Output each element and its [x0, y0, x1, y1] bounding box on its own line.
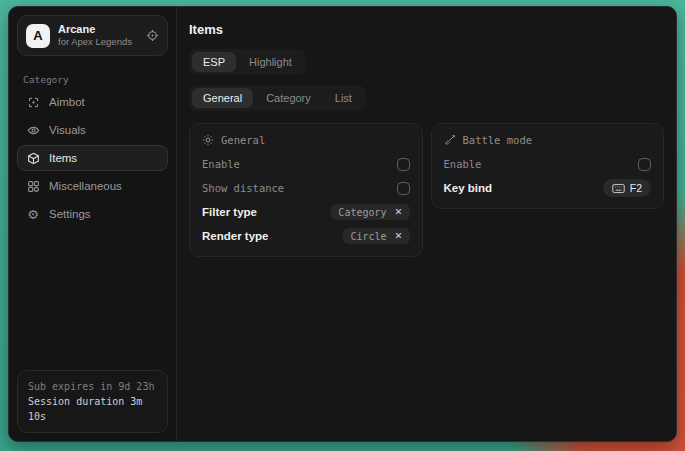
sidebar-item-label: Miscellaneous — [49, 180, 122, 192]
key-bind-button[interactable]: F2 — [603, 179, 651, 197]
brand-card: A Arcane for Apex Legends — [17, 15, 168, 56]
app-window: A Arcane for Apex Legends Category — [8, 6, 677, 442]
sidebar: A Arcane for Apex Legends Category — [9, 7, 177, 441]
main-content: Items ESP Highlight General Category Lis… — [177, 7, 676, 441]
tab-esp[interactable]: ESP — [192, 52, 236, 72]
render-type-select[interactable]: Circle ✕ — [343, 228, 409, 244]
battle-enable-checkbox[interactable] — [638, 158, 651, 171]
render-type-value: Circle — [350, 231, 386, 242]
sidebar-item-aimbot[interactable]: Aimbot — [17, 89, 168, 115]
panels-grid: General Enable Show distance Filter type… — [189, 123, 664, 257]
setting-row: Render type Circle ✕ — [202, 224, 410, 248]
clear-icon[interactable]: ✕ — [395, 231, 403, 241]
keyboard-icon — [612, 183, 625, 194]
sidebar-item-settings[interactable]: ⚙ Settings — [17, 201, 168, 227]
sidebar-nav: Aimbot Visuals Items — [9, 89, 176, 227]
sun-icon — [202, 134, 214, 146]
tab-list[interactable]: List — [324, 88, 363, 108]
key-bind-label: Key bind — [444, 182, 493, 194]
sidebar-item-label: Settings — [49, 208, 91, 220]
sidebar-item-visuals[interactable]: Visuals — [17, 117, 168, 143]
show-distance-checkbox[interactable] — [397, 182, 410, 195]
enable-label: Enable — [202, 158, 240, 170]
render-type-label: Render type — [202, 230, 268, 242]
sidebar-item-items[interactable]: Items — [17, 145, 168, 171]
key-bind-value: F2 — [630, 182, 642, 194]
general-panel: General Enable Show distance Filter type… — [189, 123, 423, 257]
setting-row: Key bind F2 — [444, 176, 652, 200]
filter-type-select[interactable]: Category ✕ — [331, 204, 409, 220]
sword-icon — [444, 134, 456, 146]
app-logo: A — [26, 24, 50, 48]
page-title: Items — [189, 22, 664, 37]
battle-enable-label: Enable — [444, 158, 482, 170]
tab-category[interactable]: Category — [255, 88, 322, 108]
category-section-label: Category — [23, 74, 162, 85]
filter-type-label: Filter type — [202, 206, 257, 218]
app-title: Arcane — [58, 23, 138, 36]
setting-row: Enable — [202, 152, 410, 176]
clear-icon[interactable]: ✕ — [395, 207, 403, 217]
box-icon — [26, 152, 40, 165]
crosshair-icon — [26, 96, 40, 109]
target-icon[interactable] — [146, 29, 159, 42]
app-subtitle: for Apex Legends — [58, 36, 138, 48]
setting-row: Filter type Category ✕ — [202, 200, 410, 224]
setting-row: Show distance — [202, 176, 410, 200]
panel-title: Battle mode — [463, 134, 533, 146]
gear-icon: ⚙ — [26, 208, 40, 221]
tab-general[interactable]: General — [192, 88, 253, 108]
sidebar-item-label: Items — [49, 152, 77, 164]
enable-checkbox[interactable] — [397, 158, 410, 171]
view-tab-group: General Category List — [189, 85, 366, 111]
sidebar-item-label: Visuals — [49, 124, 86, 136]
panel-title: General — [221, 134, 265, 146]
session-card: Sub expires in 9d 23h Session duration 3… — [17, 370, 168, 433]
tab-highlight[interactable]: Highlight — [238, 52, 303, 72]
setting-row: Enable — [444, 152, 652, 176]
sidebar-item-label: Aimbot — [49, 96, 85, 108]
mode-tab-group: ESP Highlight — [189, 49, 306, 75]
grid-icon — [26, 180, 40, 193]
show-distance-label: Show distance — [202, 182, 284, 194]
eye-icon — [26, 124, 40, 137]
sub-expires-text: Sub expires in 9d 23h — [28, 379, 157, 394]
session-duration-text: Session duration 3m 10s — [28, 394, 157, 424]
sidebar-item-miscellaneous[interactable]: Miscellaneous — [17, 173, 168, 199]
battle-mode-panel: Battle mode Enable Key bind — [431, 123, 665, 209]
filter-type-value: Category — [338, 207, 386, 218]
